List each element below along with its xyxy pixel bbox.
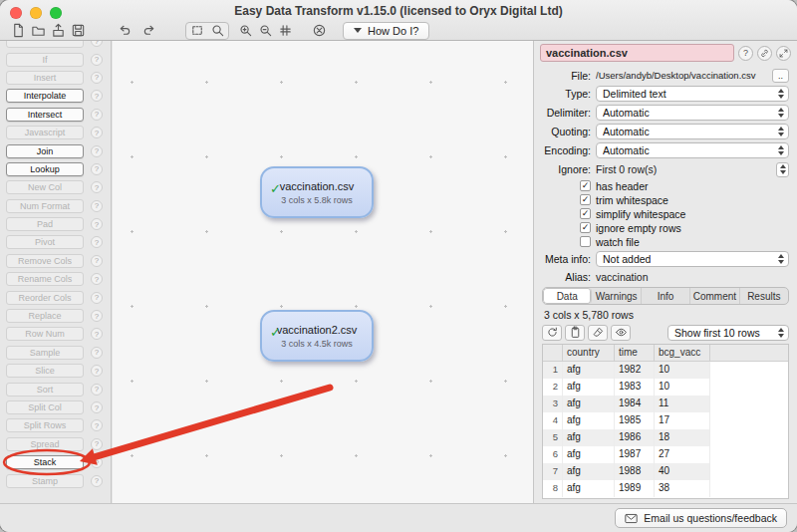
transform-help-icon[interactable]: ?	[91, 310, 103, 322]
transform-help-icon[interactable]: ?	[91, 181, 103, 193]
undo-icon[interactable]	[114, 22, 133, 39]
transform-help-icon[interactable]: ?	[91, 419, 103, 431]
meta-info-select[interactable]: Not added	[596, 251, 789, 267]
transform-help-icon[interactable]: ?	[91, 328, 103, 340]
transform-help-icon[interactable]: ?	[91, 72, 103, 84]
eraser-icon[interactable]	[588, 325, 608, 341]
transform-help-icon[interactable]: ?	[91, 475, 103, 487]
zoom-tool-icon[interactable]	[207, 22, 227, 39]
transform-help-icon[interactable]: ?	[91, 401, 103, 413]
tab-warnings[interactable]: Warnings	[592, 288, 641, 304]
transform-button-lookup[interactable]: Lookup	[6, 162, 84, 176]
transform-help-icon[interactable]: ?	[91, 292, 103, 304]
link-icon[interactable]	[757, 46, 772, 61]
table-row[interactable]: 4afg198517	[543, 412, 788, 429]
close-window-button[interactable]	[10, 7, 22, 19]
fullscreen-icon[interactable]	[776, 46, 791, 61]
option-trim-whitespace[interactable]: ✓trim whitespace	[580, 193, 797, 206]
save-icon[interactable]	[68, 22, 88, 39]
quoting-select[interactable]: Automatic	[596, 124, 789, 139]
delimiter-row: Delimiter:Automatic	[540, 105, 789, 121]
copy-icon[interactable]	[565, 325, 585, 341]
column-header-bcg-vacc[interactable]: bcg_vacc	[655, 345, 710, 361]
export-icon[interactable]	[48, 22, 68, 39]
column-header-time[interactable]: time	[615, 345, 655, 361]
transform-help-icon[interactable]: ?	[91, 255, 103, 267]
select-arrows-icon	[774, 145, 784, 155]
tab-comment[interactable]: Comment	[690, 288, 739, 304]
canvas-node-vaccination2-csv[interactable]: ✓vaccination2.csv3 cols x 4.5k rows	[260, 310, 374, 362]
transform-button-stack[interactable]: Stack	[6, 455, 84, 469]
grid-icon[interactable]	[275, 22, 295, 39]
table-row[interactable]: 3afg198411	[543, 396, 788, 412]
browse-button[interactable]: ..	[772, 69, 789, 83]
tab-info[interactable]: Info	[642, 288, 690, 304]
file-row: File: /Users/andyb/Desktop/vaccination.c…	[540, 68, 789, 83]
option-has-header[interactable]: ✓has header	[580, 179, 797, 192]
transform-help-icon[interactable]: ?	[91, 384, 103, 396]
cell: 1985	[615, 412, 655, 429]
zoom-out-icon[interactable]	[255, 22, 275, 39]
table-row[interactable]: 1afg198210	[543, 362, 788, 379]
transform-help-icon[interactable]: ?	[91, 41, 103, 47]
row-number: 4	[543, 412, 563, 429]
column-header-country[interactable]: country	[563, 345, 615, 361]
table-row[interactable]: 5afg198618	[543, 429, 788, 446]
checkbox-label: trim whitespace	[596, 194, 668, 206]
transform-help-icon[interactable]: ?	[91, 365, 103, 377]
transform-button-join[interactable]: Join	[6, 144, 84, 158]
delimiter-select[interactable]: Automatic	[596, 105, 789, 121]
type-select[interactable]: Delimited text	[596, 86, 789, 102]
help-icon[interactable]: ?	[738, 46, 753, 61]
select-arrows-icon	[774, 89, 784, 99]
transform-help-icon[interactable]: ?	[91, 347, 103, 359]
transform-help-icon[interactable]: ?	[91, 236, 103, 248]
table-row[interactable]: 8afg198938	[543, 480, 788, 497]
canvas[interactable]: ✓vaccination.csv3 cols x 5.8k rows✓vacci…	[113, 41, 533, 503]
transform-help-icon[interactable]: ?	[91, 218, 103, 230]
transform-button-interpolate[interactable]: Interpolate	[6, 89, 84, 103]
tab-results[interactable]: Results	[740, 288, 788, 304]
checkbox[interactable]: ✓	[580, 194, 591, 205]
transform-help-icon[interactable]: ?	[91, 273, 103, 285]
open-folder-icon[interactable]	[28, 22, 48, 39]
cancel-icon[interactable]	[309, 22, 329, 39]
how-do-i-button[interactable]: How Do I?	[343, 22, 429, 40]
transform-help-icon[interactable]: ?	[91, 456, 103, 468]
checkbox[interactable]: ✓	[580, 180, 591, 191]
option-ignore-empty-rows[interactable]: ✓ignore empty rows	[580, 221, 797, 234]
canvas-node-vaccination-csv[interactable]: ✓vaccination.csv3 cols x 5.8k rows	[260, 166, 374, 218]
transform-help-icon[interactable]: ?	[91, 200, 103, 212]
select-tool-icon[interactable]	[187, 22, 207, 39]
transform-help-icon[interactable]: ?	[91, 127, 103, 138]
zoom-window-button[interactable]	[50, 7, 62, 19]
encoding-select[interactable]: Automatic	[596, 142, 789, 158]
show-rows-select[interactable]: Show first 10 rows	[667, 325, 789, 341]
table-row[interactable]: 7afg198840	[543, 463, 788, 480]
ignore-stepper[interactable]	[776, 162, 789, 177]
transform-help-icon[interactable]: ?	[91, 163, 103, 175]
option-simplify-whitespace[interactable]: ✓simplify whitespace	[580, 207, 797, 220]
tab-data[interactable]: Data	[543, 288, 592, 304]
node-name-field[interactable]: vaccination.csv	[540, 44, 734, 62]
transform-help-icon[interactable]: ?	[91, 145, 103, 157]
table-row[interactable]: 6afg198727	[543, 446, 788, 463]
checkbox[interactable]: ✓	[580, 222, 591, 233]
email-feedback-button[interactable]: Email us questions/feedback	[615, 508, 787, 528]
checkbox[interactable]: ✓	[580, 208, 591, 219]
eye-icon[interactable]	[611, 325, 631, 341]
option-watch-file[interactable]: watch file	[580, 235, 797, 248]
checkbox[interactable]	[580, 236, 591, 247]
transform-help-icon[interactable]: ?	[91, 109, 103, 121]
table-row[interactable]: 2afg198310	[543, 379, 788, 396]
zoom-in-icon[interactable]	[235, 22, 255, 39]
new-file-icon[interactable]	[8, 22, 28, 39]
transform-help-icon[interactable]: ?	[91, 90, 103, 102]
redo-icon[interactable]	[139, 22, 159, 39]
transform-button-intersect[interactable]: Intersect	[6, 108, 84, 122]
transform-help-icon[interactable]: ?	[91, 54, 103, 66]
minimize-window-button[interactable]	[30, 7, 42, 19]
transform-help-icon[interactable]: ?	[91, 438, 103, 450]
checkbox-label: watch file	[596, 236, 640, 248]
refresh-icon[interactable]	[542, 325, 562, 341]
